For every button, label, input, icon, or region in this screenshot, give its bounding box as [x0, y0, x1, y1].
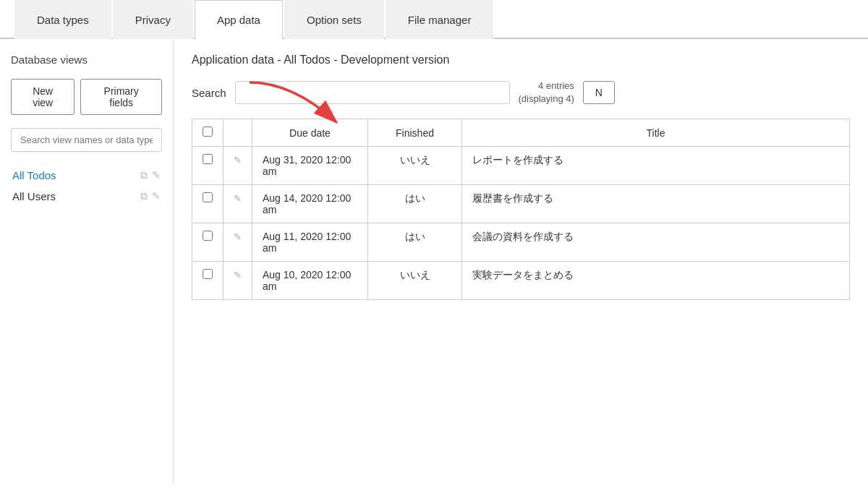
header-finished: Finished — [368, 119, 462, 147]
row-checkbox[interactable] — [203, 192, 213, 202]
row-due-date: Aug 11, 2020 12:00 am — [252, 223, 368, 262]
row-due-date: Aug 31, 2020 12:00 am — [252, 147, 368, 185]
view-item-name: All Users — [12, 190, 56, 202]
tab-privacy[interactable]: Privacy — [113, 0, 193, 39]
table-wrapper: Due date Finished Title ✎Aug 31, 2020 12… — [192, 119, 850, 300]
table-row: ✎Aug 10, 2020 12:00 amいいえ実験データをまとめる — [192, 262, 850, 300]
row-due-date: Aug 10, 2020 12:00 am — [252, 262, 368, 300]
views-list: All Todos⧉✎All Users⧉✎ — [11, 165, 162, 207]
search-views-input[interactable] — [11, 128, 162, 152]
sidebar: Database views New view Primary fields A… — [0, 39, 174, 484]
table-row: ✎Aug 31, 2020 12:00 amいいえレポートを作成する — [192, 147, 850, 185]
row-finished: いいえ — [368, 147, 462, 185]
search-input[interactable] — [235, 81, 510, 104]
edit-view-icon[interactable]: ✎ — [152, 190, 161, 202]
edit-row-icon[interactable]: ✎ — [234, 270, 242, 281]
tab-file-manager[interactable]: File manager — [386, 0, 494, 39]
view-item-name: All Todos — [12, 169, 56, 181]
edit-row-icon[interactable]: ✎ — [234, 155, 242, 166]
header-due-date: Due date — [252, 119, 368, 147]
row-edit-cell: ✎ — [224, 223, 252, 262]
row-edit-cell: ✎ — [224, 262, 252, 300]
new-record-button[interactable]: N — [583, 81, 615, 104]
row-checkbox-cell — [192, 147, 224, 185]
row-finished: はい — [368, 223, 462, 262]
tab-data-types[interactable]: Data types — [14, 0, 111, 39]
row-title: 会議の資料を作成する — [462, 223, 850, 262]
tabs-bar: Data typesPrivacyApp dataOption setsFile… — [0, 0, 868, 39]
copy-view-icon[interactable]: ⧉ — [140, 169, 148, 181]
edit-row-icon[interactable]: ✎ — [234, 193, 242, 204]
table-head: Due date Finished Title — [192, 119, 850, 147]
sidebar-view-item[interactable]: All Users⧉✎ — [11, 186, 162, 207]
row-checkbox-cell — [192, 185, 224, 223]
row-checkbox-cell — [192, 262, 224, 300]
header-checkbox-col — [192, 119, 224, 147]
main-content: Database views New view Primary fields A… — [0, 39, 868, 484]
edit-view-icon[interactable]: ✎ — [152, 169, 161, 181]
table-row: ✎Aug 11, 2020 12:00 amはい会議の資料を作成する — [192, 223, 850, 262]
header-edit-col — [224, 119, 252, 147]
select-all-checkbox[interactable] — [203, 127, 213, 137]
row-checkbox[interactable] — [203, 154, 213, 164]
row-edit-cell: ✎ — [224, 185, 252, 223]
primary-fields-button[interactable]: Primary fields — [80, 79, 162, 115]
panel-title: Application data - All Todos - Developme… — [192, 53, 850, 67]
tab-option-sets[interactable]: Option sets — [284, 0, 384, 39]
tab-app-data[interactable]: App data — [195, 0, 283, 39]
search-bar: Search 4 entries (displaying 4) N — [192, 80, 850, 106]
row-checkbox[interactable] — [203, 231, 213, 241]
edit-row-icon[interactable]: ✎ — [234, 231, 242, 242]
row-due-date: Aug 14, 2020 12:00 am — [252, 185, 368, 223]
row-title: 実験データをまとめる — [462, 262, 850, 300]
new-view-button[interactable]: New view — [11, 79, 75, 115]
search-label: Search — [192, 87, 226, 99]
row-checkbox-cell — [192, 223, 224, 262]
sidebar-buttons: New view Primary fields — [11, 79, 162, 115]
row-edit-cell: ✎ — [224, 147, 252, 185]
table-body: ✎Aug 31, 2020 12:00 amいいえレポートを作成する✎Aug 1… — [192, 147, 850, 300]
entries-info: 4 entries (displaying 4) — [519, 80, 574, 106]
row-title: 履歴書を作成する — [462, 185, 850, 223]
right-panel: Application data - All Todos - Developme… — [174, 39, 868, 484]
table-header-row: Due date Finished Title — [192, 119, 850, 147]
copy-view-icon[interactable]: ⧉ — [140, 190, 148, 202]
row-title: レポートを作成する — [462, 147, 850, 185]
row-finished: はい — [368, 185, 462, 223]
sidebar-view-item[interactable]: All Todos⧉✎ — [11, 165, 162, 186]
row-checkbox[interactable] — [203, 269, 213, 279]
sidebar-title: Database views — [11, 53, 162, 66]
table-row: ✎Aug 14, 2020 12:00 amはい履歴書を作成する — [192, 185, 850, 223]
header-title: Title — [462, 119, 850, 147]
row-finished: いいえ — [368, 262, 462, 300]
data-table: Due date Finished Title ✎Aug 31, 2020 12… — [192, 119, 850, 300]
